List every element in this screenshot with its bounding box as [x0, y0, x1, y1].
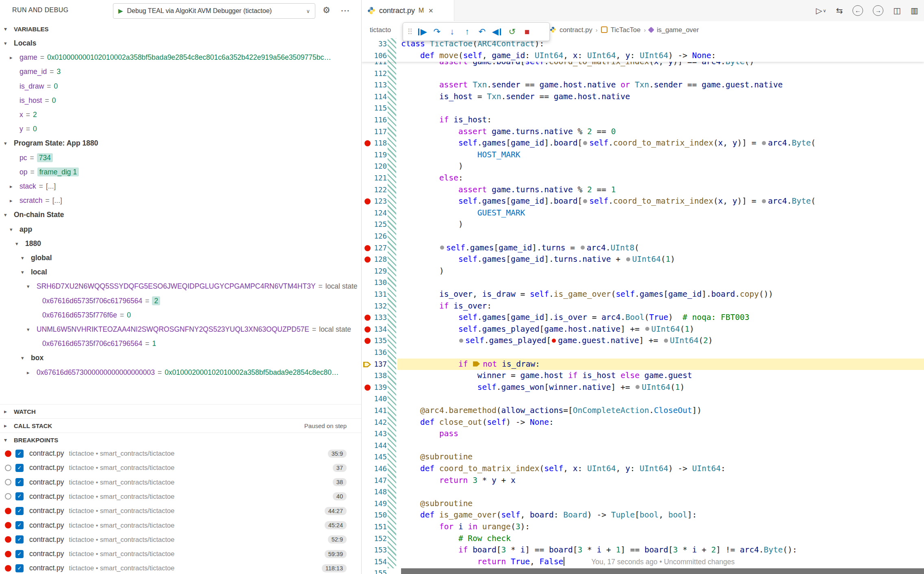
chevron-down-icon[interactable]: ▾ — [10, 226, 20, 233]
breakpoints-section-header[interactable]: ▾ BREAKPOINTS — [0, 433, 361, 447]
code-line-128[interactable]: 128 self.games[game_id].turns.native + U… — [362, 254, 924, 265]
code-line-112[interactable]: 112 — [362, 68, 924, 80]
chevron-down-icon[interactable]: ▾ — [27, 326, 37, 333]
line-number[interactable]: 114 — [367, 91, 387, 103]
inline-breakpoint-dot[interactable] — [583, 199, 587, 203]
breadcrumb-item-file[interactable]: contract.py — [560, 26, 592, 34]
code-line-135[interactable]: 135 self.games_played[game.guest.native]… — [362, 335, 924, 347]
chevron-right-icon[interactable]: ▸ — [10, 54, 20, 61]
tab-contract-py[interactable]: contract.py M × — [362, 0, 454, 21]
customize-layout-icon[interactable]: ▥ — [911, 6, 918, 15]
line-number[interactable]: 117 — [367, 126, 387, 138]
code-text[interactable]: # Row check — [401, 533, 511, 545]
code-line-125[interactable]: 125 ) — [362, 219, 924, 230]
var-pc[interactable]: pc=734 — [0, 151, 361, 165]
var-game-id[interactable]: game_id=3 — [0, 65, 361, 79]
inline-breakpoint-dot[interactable] — [459, 339, 463, 343]
start-debug-icon[interactable]: ▶ — [118, 7, 123, 15]
code-text[interactable]: if board[3 * i] == board[3 * i + 1] == b… — [401, 544, 797, 556]
code-line-131[interactable]: 131 is_over, is_draw = self.is_game_over… — [362, 289, 924, 300]
chevron-down-icon[interactable]: ▾ — [4, 212, 14, 218]
drag-handle-icon[interactable]: ⠿ — [407, 27, 413, 37]
code-line-154[interactable]: 154 return True, FalseYou, 17 seconds ag… — [362, 556, 924, 568]
account-row-2[interactable]: ▾UNML6W5NVHRIKTEOZAA4NI2SWQROSGNFNY2QS52… — [0, 322, 361, 337]
code-line-141[interactable]: 141 @arc4.baremethod(allow_actions=[OnCo… — [362, 405, 924, 417]
chevron-down-icon[interactable]: ▾ — [15, 241, 25, 247]
code-text[interactable]: return 3 * y + x — [401, 475, 516, 487]
code-line-120[interactable]: 120 ) — [362, 161, 924, 172]
code-line-106[interactable]: 106 def move(self, game_id: UInt64, x: U… — [362, 50, 924, 62]
breakpoint-checkbox[interactable]: ✓ — [15, 464, 24, 472]
chevron-down-icon[interactable]: ▾ — [4, 140, 14, 146]
chevron-right-icon[interactable]: ▸ — [27, 370, 37, 376]
var-is-host[interactable]: is_host=0 — [0, 93, 361, 108]
code-line-134[interactable]: 134 self.games_played[game.host.native] … — [362, 324, 924, 335]
line-number[interactable]: 147 — [367, 475, 387, 487]
state-games-won-1[interactable]: 0x67616d65735f776f6e=0 — [0, 308, 361, 322]
continue-button[interactable]: ▶ — [414, 24, 429, 39]
run-or-debug-button[interactable]: ▷∨ — [816, 6, 826, 15]
var-op[interactable]: op=frame_dig 1 — [0, 165, 361, 179]
step-into-button[interactable]: ↓ — [445, 24, 460, 39]
line-number[interactable]: 134 — [367, 324, 387, 335]
breakpoint-checkbox[interactable]: ✓ — [15, 492, 24, 500]
line-number[interactable]: 129 — [367, 265, 387, 277]
code-text[interactable]: self.games_played[game.guest.native] += … — [401, 335, 713, 347]
var-x[interactable]: x=2 — [0, 108, 361, 122]
code-text[interactable]: pass — [401, 428, 458, 440]
code-line-132[interactable]: 132 if is_over: — [362, 300, 924, 312]
line-number[interactable]: 118 — [367, 137, 387, 149]
code-text[interactable]: ) — [401, 161, 463, 172]
code-line-147[interactable]: 147 return 3 * y + x — [362, 475, 924, 487]
code-line-122[interactable]: 122 assert game.turns.native % 2 == 1 — [362, 184, 924, 196]
breadcrumb-item-class[interactable]: TicTacToe — [611, 26, 641, 34]
line-number[interactable]: 151 — [367, 521, 387, 533]
code-text[interactable]: assert game.turns.native % 2 == 1 — [401, 184, 616, 196]
breakpoint-checkbox[interactable]: ✓ — [15, 521, 24, 529]
line-number[interactable]: 150 — [367, 509, 387, 521]
line-number[interactable]: 132 — [367, 300, 387, 312]
code-line-149[interactable]: 149 @subroutine — [362, 498, 924, 510]
code-text[interactable]: if is_over: — [401, 300, 492, 312]
chevron-down-icon[interactable]: ▾ — [27, 283, 37, 289]
var-is-draw[interactable]: is_draw=0 — [0, 79, 361, 93]
scope-locals[interactable]: ▾Locals — [0, 36, 361, 50]
chevron-down-icon[interactable]: ▾ — [21, 355, 31, 361]
horizontal-scrollbar[interactable] — [401, 568, 924, 574]
code-text[interactable]: assert game.turns.native % 2 == 0 — [401, 126, 616, 138]
account-row-1[interactable]: ▾SRH6D7XU2N6WQQ5SSYDQFG5ESO6JWEQIDPGLUGY… — [0, 279, 361, 294]
box-entry[interactable]: ▸0x67616d6573000000000000000003=0x010002… — [0, 365, 361, 380]
code-line-114[interactable]: 114 is_host = Txn.sender == game.host.na… — [362, 91, 924, 103]
code-text[interactable]: self.games_won[winner.native] += UInt64(… — [401, 382, 685, 394]
code-text[interactable]: HOST_MARK — [401, 149, 521, 161]
code-text[interactable]: winner = game.host if is_host else game.… — [401, 370, 692, 382]
var-y[interactable]: y=0 — [0, 122, 361, 136]
line-number[interactable]: 143 — [367, 428, 387, 440]
breakpoint-checkbox[interactable]: ✓ — [15, 450, 24, 458]
line-number[interactable]: 112 — [367, 68, 387, 80]
line-number[interactable]: 127 — [367, 242, 387, 254]
code-line-152[interactable]: 152 # Row check — [362, 533, 924, 545]
code-text[interactable]: @subroutine — [401, 498, 473, 510]
code-text[interactable]: self.games[game_id].board[self.coord_to_… — [401, 137, 816, 149]
line-number[interactable]: 124 — [367, 207, 387, 219]
go-back-icon[interactable]: ← — [852, 5, 863, 16]
code-text[interactable]: for i in urange(3): — [401, 521, 530, 533]
code-text[interactable]: def close_out(self) -> None: — [401, 417, 554, 428]
breakpoint-row[interactable]: ✓contract.pytictactoe • smart_contracts/… — [0, 561, 361, 574]
var-game[interactable]: ▸game=0x010000000102010002a358bf5bada9e2… — [0, 50, 361, 65]
go-forward-icon[interactable]: → — [873, 5, 883, 16]
line-number[interactable]: 154 — [367, 556, 387, 568]
code-line-119[interactable]: 119 HOST_MARK — [362, 149, 924, 161]
code-text[interactable]: return True, FalseYou, 17 seconds ago • … — [401, 556, 735, 568]
code-line-153[interactable]: 153 if board[3 * i] == board[3 * i + 1] … — [362, 544, 924, 556]
line-number[interactable]: 144 — [367, 440, 387, 452]
inline-breakpoint-dot[interactable] — [581, 246, 585, 250]
inline-breakpoint-dot[interactable] — [762, 141, 766, 145]
step-over-button[interactable]: ↷ — [429, 24, 445, 39]
line-number[interactable]: 123 — [367, 196, 387, 207]
code-line-118[interactable]: 118 self.games[game_id].board[self.coord… — [362, 137, 924, 149]
breakpoint-checkbox[interactable]: ✓ — [15, 564, 24, 572]
line-number[interactable]: 125 — [367, 219, 387, 230]
code-text[interactable]: self.games[game_id].turns.native + UInt6… — [401, 254, 675, 265]
